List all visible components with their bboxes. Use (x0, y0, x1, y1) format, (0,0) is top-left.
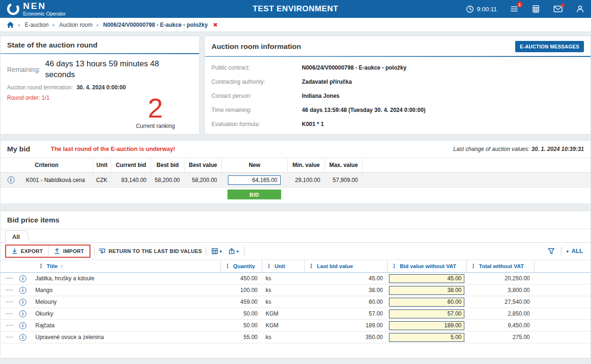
user-button[interactable] (576, 5, 584, 13)
item-title: Upravené ovoce a zelenina (32, 332, 220, 343)
brand-subtitle: Economic Operator (23, 11, 65, 16)
row-menu-icon[interactable]: ••• (6, 288, 13, 293)
info-panel-header: Auction room information E-AUCTION MESSA… (205, 36, 591, 56)
breadcrumb: ▸ E-auction ▸ Auction room ▸ N006/24/V00… (0, 18, 591, 32)
row-filler (534, 308, 591, 319)
item-unit: KGM (262, 308, 304, 319)
info-icon[interactable]: i (8, 176, 15, 183)
share-dropdown-button[interactable]: ▾ (227, 248, 240, 254)
export-button[interactable]: EXPORT (6, 245, 48, 257)
item-title: Mango (32, 285, 220, 296)
bid-price-items-section: Bid price items All EXPORT IMPORT (0, 211, 591, 358)
item-last-bid: 57.00 (304, 308, 387, 319)
breadcrumb-auction-room[interactable]: Auction room (59, 22, 93, 28)
col-quantity[interactable]: ⋮Quantity (220, 260, 262, 272)
info-icon[interactable]: i (19, 287, 26, 294)
info-icon[interactable]: i (19, 299, 26, 306)
tab-strip: All (0, 229, 591, 243)
info-value: N006/24/V00000798 - E-aukce - položky (302, 64, 406, 71)
col-max-value: Max. value (324, 158, 362, 172)
breadcrumb-current-tab[interactable]: N006/24/V00000798 - E-aukce - položky (103, 22, 208, 28)
info-icon[interactable]: i (19, 322, 26, 329)
my-bid-section: My bid The last round of the E-auction i… (0, 140, 591, 204)
e-auction-messages-button[interactable]: E-AUCTION MESSAGES (515, 41, 584, 52)
filter-funnel-icon (548, 248, 555, 254)
table-row: ••• i Mango 100.00 ks 38.00 3,800.00 (0, 285, 591, 296)
return-last-bid-values-button[interactable]: RETURN TO THE LAST BID VALUES (98, 248, 202, 254)
row-menu-icon[interactable]: ••• (6, 335, 13, 340)
all-filter-label: ALL (572, 248, 583, 254)
auction-state-panel: State of the auction round Remaining: 46… (0, 36, 200, 135)
row-filler (534, 320, 591, 331)
grid-view-dropdown-button[interactable]: ▾ (210, 248, 223, 254)
bid-value-input[interactable] (389, 309, 464, 318)
col-title[interactable]: ⋮Title↑ (32, 260, 220, 272)
messages-button[interactable] (553, 5, 563, 13)
chevron-down-icon: ▾ (566, 249, 568, 254)
info-icon[interactable]: i (19, 334, 26, 341)
item-quantity: 100.00 (220, 285, 262, 296)
info-value: 46 days 13:59:48 (Tuesday 30. 4. 2024 0:… (302, 107, 426, 113)
items-toolbar: EXPORT IMPORT RETURN TO THE LAST BID VAL… (0, 243, 591, 260)
bid-value-input[interactable] (389, 274, 464, 283)
session-timer: 9:00:11 (466, 5, 497, 13)
tab-all[interactable]: All (5, 230, 24, 243)
import-button[interactable]: IMPORT (48, 245, 89, 257)
drag-handle-icon[interactable]: ⋮ (38, 263, 44, 269)
item-title: Jablka, hrušky a kdoule (32, 273, 220, 284)
ranking-caption: Current ranking (130, 123, 181, 129)
col-unit: Unit (93, 158, 111, 172)
brand[interactable]: NEN Economic Operator (7, 1, 65, 16)
col-filler (534, 260, 591, 272)
filter-button[interactable] (546, 248, 556, 254)
brand-name: NEN (23, 1, 65, 10)
last-change-label: Last change of auction values: (453, 146, 529, 152)
col-new: New (221, 158, 287, 172)
row-menu-icon[interactable]: ••• (6, 300, 13, 304)
return-last-label: RETURN TO THE LAST BID VALUES (109, 248, 202, 254)
topbar-actions: 9:00:11 1 (466, 5, 584, 13)
col-last-bid-value[interactable]: ⋮Last bid value (304, 260, 387, 272)
table-row: ••• i Okurky 50.00 KGM 57.00 2,850.00 (0, 308, 591, 320)
bid-button[interactable]: BID (227, 190, 281, 199)
table-row: ••• i Jablka, hrušky a kdoule 450.00 ks … (0, 273, 591, 285)
item-unit: ks (262, 285, 304, 296)
round-order-value: 1/1 (41, 95, 49, 101)
col-bid-value-without-vat[interactable]: ⋮Bid value without VAT (387, 260, 466, 272)
col-total-without-vat[interactable]: ⋮Total without VAT (466, 260, 534, 272)
row-menu-icon[interactable]: ••• (6, 323, 13, 328)
remaining-label: Remaining: (7, 66, 40, 73)
breadcrumb-e-auction[interactable]: E-auction (25, 22, 49, 28)
menu-badge: 1 (517, 1, 523, 8)
info-icon[interactable]: i (19, 310, 26, 317)
drag-handle-icon[interactable]: ⋮ (225, 263, 230, 269)
item-title: Melouny (32, 296, 220, 308)
ranking-number: 2 (130, 95, 181, 122)
info-row: Evaluation formula: K001 * 1 (211, 117, 584, 131)
home-icon[interactable] (7, 21, 14, 28)
col-unit[interactable]: ⋮Unit (262, 260, 304, 272)
bid-value-input[interactable] (389, 286, 464, 295)
item-last-bid: 60.00 (304, 296, 387, 308)
bid-value-input[interactable] (389, 333, 464, 342)
drag-handle-icon[interactable]: ⋮ (308, 263, 314, 269)
row-menu-icon[interactable]: ••• (6, 311, 13, 316)
item-unit: ks (262, 332, 304, 343)
drag-handle-icon[interactable]: ⋮ (266, 263, 272, 269)
drag-handle-icon[interactable]: ⋮ (470, 263, 476, 269)
bid-value-input[interactable] (389, 321, 464, 330)
return-values-icon (98, 248, 106, 254)
new-bid-input[interactable] (228, 175, 281, 185)
all-filter-dropdown[interactable]: ▾ ALL (566, 248, 583, 254)
calculator-button[interactable] (532, 5, 540, 13)
drag-handle-icon[interactable]: ⋮ (391, 263, 397, 269)
close-tab-icon[interactable]: ✖ (213, 22, 218, 28)
last-change-value: 30. 1. 2024 10:39:31 (532, 146, 584, 152)
info-label: Contact person: (211, 93, 302, 99)
row-menu-icon[interactable]: ••• (6, 276, 13, 281)
chevron-down-icon: ▾ (219, 249, 222, 254)
bid-value-input[interactable] (389, 298, 464, 307)
info-icon[interactable]: i (19, 275, 26, 282)
menu-button[interactable]: 1 (510, 5, 518, 13)
info-row: Contracting authority: Zadavatel příručk… (211, 75, 584, 89)
